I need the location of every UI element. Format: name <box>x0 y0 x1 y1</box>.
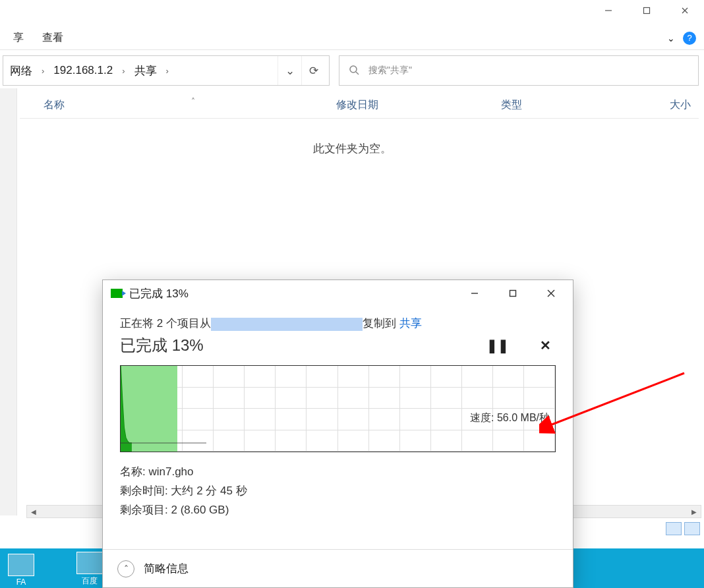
svg-marker-10 <box>121 366 132 452</box>
address-bar[interactable]: 网络 › 192.168.1.2 › 共享 › ⌄ ⟳ <box>3 55 330 86</box>
taskbar-app-baidu[interactable]: 百度 <box>76 552 103 587</box>
copy-progress-dialog: 已完成 13% 正在将 2 个项目从复制到 共享 已完成 13% ❚❚ ✕ <box>102 279 573 588</box>
copy-subtitle: 正在将 2 个项目从复制到 共享 <box>120 316 556 331</box>
scroll-right-button[interactable]: ▶ <box>688 506 701 517</box>
chevron-right-icon: › <box>35 66 51 76</box>
refresh-button[interactable]: ⟳ <box>301 56 325 85</box>
window-maximize-button[interactable] <box>628 0 666 21</box>
breadcrumb-host[interactable]: 192.168.1.2 <box>51 64 115 77</box>
window-minimize-button[interactable] <box>589 0 628 21</box>
window-close-button[interactable] <box>666 0 704 21</box>
copy-icon <box>111 289 123 298</box>
svg-line-5 <box>356 72 359 74</box>
search-placeholder: 搜索"共享" <box>368 65 412 76</box>
pause-button[interactable]: ❚❚ <box>487 335 508 356</box>
progress-percent-label: 已完成 13% <box>120 335 204 356</box>
menu-view[interactable]: 查看 <box>33 28 73 47</box>
stat-filename: 名称: win7.gho <box>120 463 556 482</box>
column-header-name[interactable]: 名称 ˄ <box>20 98 336 112</box>
dialog-maximize-button[interactable] <box>494 281 532 306</box>
speed-label: 速度: 56.0 MB/秒 <box>470 411 550 425</box>
breadcrumb-network[interactable]: 网络 <box>7 63 35 78</box>
svg-rect-1 <box>644 8 650 14</box>
stat-items-remaining: 剩余项目: 2 (8.60 GB) <box>120 501 556 520</box>
sort-caret-icon: ˄ <box>191 97 195 106</box>
column-header-type[interactable]: 类型 <box>501 98 633 112</box>
menu-home[interactable]: 享 <box>4 28 33 47</box>
dialog-close-button[interactable] <box>532 281 570 306</box>
dialog-minimize-button[interactable] <box>455 281 494 306</box>
chevron-right-icon: › <box>115 66 131 76</box>
cancel-button[interactable]: ✕ <box>535 335 556 356</box>
view-mode-details[interactable] <box>666 522 682 535</box>
svg-rect-7 <box>510 291 516 297</box>
breadcrumb-share[interactable]: 共享 <box>132 63 160 78</box>
fewer-details-label: 简略信息 <box>144 561 189 576</box>
scroll-left-button[interactable]: ◀ <box>27 506 40 517</box>
chevron-right-icon: › <box>160 66 175 76</box>
help-icon[interactable]: ? <box>683 32 696 45</box>
empty-folder-message: 此文件夹为空。 <box>0 141 704 156</box>
column-header-modified[interactable]: 修改日期 <box>336 98 501 112</box>
column-header-size[interactable]: 大小 <box>633 98 699 112</box>
redacted-source <box>211 318 363 331</box>
fewer-details-toggle[interactable]: ˄ <box>117 560 134 577</box>
transfer-speed-chart: 速度: 56.0 MB/秒 <box>120 365 556 452</box>
stat-time-remaining: 剩余时间: 大约 2 分 45 秒 <box>120 482 556 501</box>
address-dropdown[interactable]: ⌄ <box>278 56 301 85</box>
search-icon <box>349 65 359 77</box>
svg-point-4 <box>350 66 357 73</box>
ribbon-collapse-chevron[interactable]: ⌄ <box>667 33 675 44</box>
search-input[interactable]: 搜索"共享" <box>339 55 699 86</box>
dialog-title: 已完成 13% <box>129 286 455 301</box>
taskbar-app-fa[interactable]: FA <box>8 554 34 587</box>
view-mode-icons[interactable] <box>684 522 700 535</box>
copy-destination-link[interactable]: 共享 <box>399 317 422 330</box>
